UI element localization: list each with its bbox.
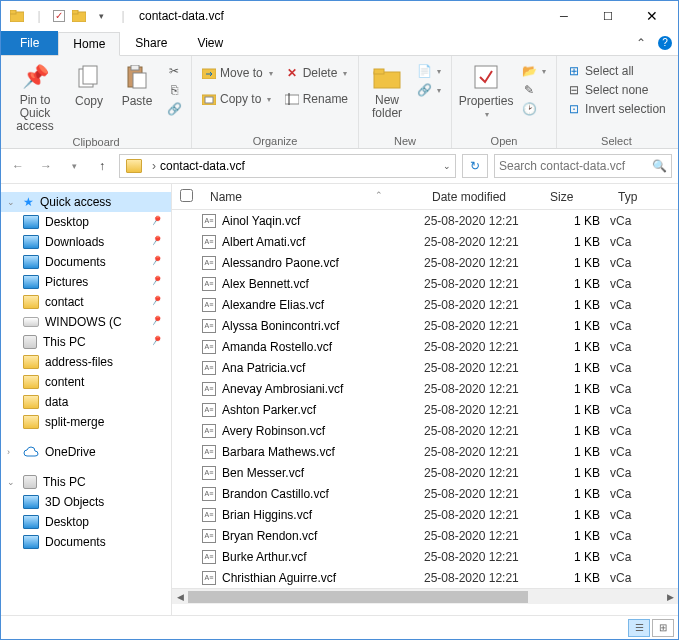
scroll-left-icon[interactable]: ◀: [172, 592, 188, 602]
column-checkbox[interactable]: [172, 189, 202, 205]
view-large-button[interactable]: ⊞: [652, 619, 674, 637]
select-none-button[interactable]: ⊟Select none: [563, 81, 670, 99]
help-icon[interactable]: ?: [658, 36, 672, 50]
pin-quick-access-button[interactable]: 📌 Pin to Quick access: [7, 58, 63, 134]
file-row[interactable]: A≡Amanda Rostello.vcf25-08-2020 12:211 K…: [172, 336, 678, 357]
file-row[interactable]: A≡Ainol Yaqin.vcf25-08-2020 12:211 KBvCa: [172, 210, 678, 231]
file-type: vCa: [610, 319, 678, 333]
nav-item-documents[interactable]: Documents: [1, 532, 171, 552]
move-to-button[interactable]: Move to▾: [198, 64, 277, 82]
breadcrumb-segment[interactable]: contact-data.vcf: [160, 159, 245, 173]
cut-button[interactable]: ✂: [163, 62, 185, 80]
file-row[interactable]: A≡Alessandro Paone.vcf25-08-2020 12:211 …: [172, 252, 678, 273]
column-name[interactable]: Name⌃: [202, 190, 424, 204]
nav-item-windows-c[interactable]: WINDOWS (C📍: [1, 312, 171, 332]
copy-to-button[interactable]: Copy to▾: [198, 90, 277, 108]
new-item-button[interactable]: 📄▾: [413, 62, 445, 80]
edit-button[interactable]: ✎: [518, 81, 550, 99]
file-row[interactable]: A≡Bryan Rendon.vcf25-08-2020 12:211 KBvC…: [172, 525, 678, 546]
file-row[interactable]: A≡Avery Robinson.vcf25-08-2020 12:211 KB…: [172, 420, 678, 441]
column-type[interactable]: Typ: [610, 190, 678, 204]
svg-rect-5: [83, 66, 97, 84]
file-row[interactable]: A≡Christhian Aguirre.vcf25-08-2020 12:21…: [172, 567, 678, 588]
file-row[interactable]: A≡Alexandre Elias.vcf25-08-2020 12:211 K…: [172, 294, 678, 315]
delete-button[interactable]: ✕Delete▾: [281, 64, 352, 82]
nav-item-label: contact: [45, 295, 84, 309]
select-all-checkbox[interactable]: [180, 189, 193, 202]
select-all-button[interactable]: ⊞Select all: [563, 62, 670, 80]
nav-item-3d-objects[interactable]: 3D Objects: [1, 492, 171, 512]
nav-item-pictures[interactable]: Pictures📍: [1, 272, 171, 292]
properties-button[interactable]: Properties▾: [458, 58, 514, 119]
new-folder-button[interactable]: New folder: [365, 58, 409, 120]
invert-selection-button[interactable]: ⊡Invert selection: [563, 100, 670, 118]
navigation-pane[interactable]: ⌄★Quick accessDesktop📍Downloads📍Document…: [1, 184, 171, 615]
maximize-button[interactable]: ☐: [586, 2, 630, 30]
qat-check-icon[interactable]: ✓: [53, 10, 65, 22]
file-row[interactable]: A≡Barbara Mathews.vcf25-08-2020 12:211 K…: [172, 441, 678, 462]
file-row[interactable]: A≡Anevay Ambrosiani.vcf25-08-2020 12:211…: [172, 378, 678, 399]
expand-icon[interactable]: ›: [7, 447, 10, 457]
file-row[interactable]: A≡Alex Bennett.vcf25-08-2020 12:211 KBvC…: [172, 273, 678, 294]
easy-access-button[interactable]: 🔗▾: [413, 81, 445, 99]
search-input[interactable]: Search contact-data.vcf 🔍: [494, 154, 672, 178]
copy-path-button[interactable]: ⎘: [163, 81, 185, 99]
file-row[interactable]: A≡Albert Amati.vcf25-08-2020 12:211 KBvC…: [172, 231, 678, 252]
paste-shortcut-button[interactable]: 🔗: [163, 100, 185, 118]
scroll-right-icon[interactable]: ▶: [662, 592, 678, 602]
file-row[interactable]: A≡Burke Arthur.vcf25-08-2020 12:211 KBvC…: [172, 546, 678, 567]
file-row[interactable]: A≡Ashton Parker.vcf25-08-2020 12:211 KBv…: [172, 399, 678, 420]
file-row[interactable]: A≡Brandon Castillo.vcf25-08-2020 12:211 …: [172, 483, 678, 504]
nav-item-data[interactable]: data: [1, 392, 171, 412]
nav-item-address-files[interactable]: address-files: [1, 352, 171, 372]
nav-item-downloads[interactable]: Downloads📍: [1, 232, 171, 252]
up-button[interactable]: ↑: [91, 155, 113, 177]
history-button[interactable]: 🕑: [518, 100, 550, 118]
file-row[interactable]: A≡Alyssa Bonincontri.vcf25-08-2020 12:21…: [172, 315, 678, 336]
rename-button[interactable]: Rename: [281, 90, 352, 108]
column-size[interactable]: Size: [542, 190, 610, 204]
view-details-button[interactable]: ☰: [628, 619, 650, 637]
svg-rect-12: [285, 95, 299, 104]
expand-icon[interactable]: ⌄: [7, 477, 15, 487]
nav-item-documents[interactable]: Documents📍: [1, 252, 171, 272]
chevron-down-icon[interactable]: ⌄: [443, 161, 451, 171]
nav-item-desktop[interactable]: Desktop📍: [1, 212, 171, 232]
minimize-button[interactable]: ─: [542, 2, 586, 30]
nav-item-this-pc[interactable]: ⌄This PC: [1, 472, 171, 492]
qat-folder2-icon[interactable]: [71, 8, 87, 24]
nav-item-onedrive[interactable]: ›OneDrive: [1, 442, 171, 462]
copy-button[interactable]: Copy: [67, 58, 111, 108]
paste-button[interactable]: Paste: [115, 58, 159, 108]
column-date[interactable]: Date modified: [424, 190, 542, 204]
tab-home[interactable]: Home: [58, 32, 120, 56]
file-row[interactable]: A≡Ben Messer.vcf25-08-2020 12:211 KBvCa: [172, 462, 678, 483]
file-size: 1 KB: [542, 487, 610, 501]
nav-item-this-pc[interactable]: This PC📍: [1, 332, 171, 352]
qat-dropdown-icon[interactable]: ▾: [93, 8, 109, 24]
scroll-thumb[interactable]: [188, 591, 528, 603]
file-row[interactable]: A≡Brian Higgins.vcf25-08-2020 12:211 KBv…: [172, 504, 678, 525]
collapse-ribbon-icon[interactable]: ⌃: [630, 36, 652, 50]
nav-item-content[interactable]: content: [1, 372, 171, 392]
open-button[interactable]: 📂▾: [518, 62, 550, 80]
file-row[interactable]: A≡Ana Patricia.vcf25-08-2020 12:211 KBvC…: [172, 357, 678, 378]
nav-item-contact[interactable]: contact📍: [1, 292, 171, 312]
tab-file[interactable]: File: [1, 31, 58, 55]
tab-share[interactable]: Share: [120, 31, 182, 55]
refresh-button[interactable]: ↻: [462, 154, 488, 178]
expand-icon[interactable]: ⌄: [7, 197, 15, 207]
easy-access-icon: 🔗: [417, 83, 431, 97]
recent-dropdown[interactable]: ▾: [63, 155, 85, 177]
horizontal-scrollbar[interactable]: ◀ ▶: [172, 588, 678, 604]
nav-item-desktop[interactable]: Desktop: [1, 512, 171, 532]
chevron-right-icon[interactable]: ›: [152, 159, 156, 173]
tab-view[interactable]: View: [182, 31, 238, 55]
nav-item-split-merge[interactable]: split-merge: [1, 412, 171, 432]
back-button[interactable]: ←: [7, 155, 29, 177]
nav-item-quick-access[interactable]: ⌄★Quick access: [1, 192, 171, 212]
forward-button[interactable]: →: [35, 155, 57, 177]
breadcrumb[interactable]: › contact-data.vcf ⌄: [119, 154, 456, 178]
close-button[interactable]: ✕: [630, 2, 674, 30]
qat-folder-icon[interactable]: [9, 8, 25, 24]
